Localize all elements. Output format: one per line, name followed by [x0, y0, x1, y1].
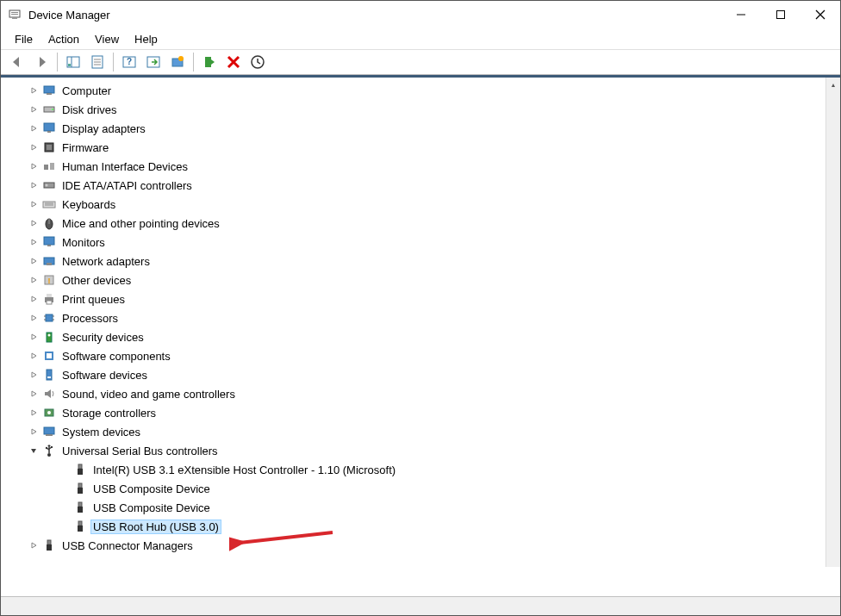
chevron-right-icon[interactable]	[28, 104, 39, 115]
tree-item-label: Software devices	[59, 368, 150, 383]
chevron-right-icon[interactable]	[28, 275, 39, 285]
chevron-right-icon[interactable]	[28, 161, 39, 171]
chevron-right-icon[interactable]	[28, 123, 39, 134]
chevron-right-icon[interactable]	[28, 370, 39, 380]
tree-item[interactable]: Processors	[9, 308, 840, 327]
tree-item[interactable]: Print queues	[9, 289, 840, 308]
computer-icon	[42, 84, 56, 97]
scroll-up-arrow[interactable]: ▴	[826, 78, 840, 92]
chevron-right-icon[interactable]	[28, 199, 39, 209]
svg-rect-20	[205, 57, 211, 67]
chevron-right-icon[interactable]	[28, 85, 39, 96]
usb-icon	[42, 444, 56, 457]
chevron-right-icon[interactable]	[28, 237, 39, 247]
app-icon	[8, 8, 22, 22]
back-button[interactable]	[6, 51, 28, 73]
chevron-right-icon[interactable]	[28, 294, 39, 304]
mouse-icon	[42, 216, 56, 230]
tree-item-label: Display adapters	[59, 121, 148, 136]
chevron-right-icon[interactable]	[28, 332, 39, 342]
tree-item-label: Processors	[59, 311, 121, 326]
menu-file[interactable]: File	[8, 30, 40, 48]
tree-item[interactable]: Monitors	[9, 233, 840, 252]
tree-item-label: Disk drives	[59, 103, 120, 117]
tree-item-label: Human Interface Devices	[59, 159, 190, 174]
tree-item[interactable]: Mice and other pointing devices	[9, 214, 840, 233]
tree-item[interactable]: Disk drives	[9, 100, 840, 119]
enable-button[interactable]	[198, 51, 221, 73]
ide-icon	[42, 178, 56, 192]
menubar: File Action View Help	[1, 28, 840, 49]
update-driver-button[interactable]	[166, 51, 189, 73]
vertical-scrollbar[interactable]: ▴	[825, 78, 840, 567]
keyboard-icon	[42, 197, 56, 211]
tree-item[interactable]: Intel(R) USB 3.1 eXtensible Host Control…	[9, 460, 840, 479]
svg-rect-46	[47, 294, 52, 297]
print-icon	[42, 292, 56, 306]
menu-action[interactable]: Action	[41, 30, 86, 48]
svg-rect-22	[44, 86, 54, 93]
tree-item[interactable]: Storage controllers	[9, 403, 840, 422]
svg-rect-68	[78, 469, 83, 475]
svg-rect-73	[78, 521, 82, 526]
chevron-right-icon[interactable]	[28, 313, 39, 323]
svg-point-60	[47, 411, 51, 414]
display-icon	[42, 121, 56, 135]
tree-item[interactable]: Sound, video and game controllers	[9, 384, 840, 403]
help-button[interactable]: ?	[118, 51, 140, 73]
chevron-right-icon[interactable]	[28, 180, 39, 190]
tree-item[interactable]: Human Interface Devices	[9, 157, 840, 176]
menu-help[interactable]: Help	[128, 30, 165, 48]
tree-item[interactable]: USB Composite Device	[9, 479, 840, 498]
tree-item[interactable]: Display adapters	[9, 119, 840, 138]
tree-item[interactable]: USB Composite Device	[9, 498, 840, 517]
menu-view[interactable]: View	[88, 30, 126, 48]
properties-button[interactable]	[86, 51, 109, 73]
tree-item-label: Print queues	[59, 292, 128, 307]
system-icon	[42, 425, 56, 439]
show-hide-tree-button[interactable]	[62, 51, 84, 73]
tree-item[interactable]: USB Connector Managers	[9, 536, 840, 555]
chevron-right-icon[interactable]	[28, 218, 39, 228]
minimize-button[interactable]	[721, 1, 761, 28]
tree-item[interactable]: Computer	[9, 81, 840, 100]
tree-item-label: Universal Serial Bus controllers	[59, 444, 221, 458]
toolbar: ?	[1, 49, 840, 75]
tree-item[interactable]: !Other devices	[9, 271, 840, 289]
tree-item-label: System devices	[59, 425, 143, 439]
scan-button[interactable]	[142, 51, 165, 73]
monitor-icon	[42, 235, 56, 249]
tree-item[interactable]: Firmware	[9, 138, 840, 157]
tree-item[interactable]: USB Root Hub (USB 3.0)	[9, 517, 840, 536]
chevron-right-icon[interactable]	[28, 142, 39, 152]
tree-item-label: Keyboards	[59, 197, 118, 212]
tree-item[interactable]: IDE ATA/ATAPI controllers	[9, 176, 840, 195]
chevron-right-icon[interactable]	[28, 389, 39, 399]
svg-rect-62	[46, 434, 53, 436]
svg-rect-58	[47, 376, 51, 378]
tree-item[interactable]: Software devices	[9, 365, 840, 384]
chevron-right-icon[interactable]	[28, 426, 39, 437]
device-tree[interactable]: ComputerDisk drivesDisplay adaptersFirmw…	[1, 78, 840, 596]
tree-item[interactable]: Security devices	[9, 327, 840, 346]
tree-item[interactable]: Keyboards	[9, 195, 840, 214]
tree-item[interactable]: Universal Serial Bus controllers	[9, 441, 840, 460]
close-button[interactable]	[801, 1, 840, 28]
tree-item-label: Monitors	[59, 235, 108, 250]
chevron-right-icon[interactable]	[28, 351, 39, 361]
tree-item[interactable]: Software components	[9, 346, 840, 365]
separator	[193, 53, 194, 72]
chevron-down-icon[interactable]	[28, 445, 39, 456]
svg-point-33	[46, 184, 48, 187]
maximize-button[interactable]	[761, 1, 801, 28]
tree-item-label: Network adapters	[59, 254, 153, 269]
chevron-right-icon[interactable]	[28, 256, 39, 266]
chevron-right-icon[interactable]	[28, 540, 39, 551]
tree-item[interactable]: System devices	[9, 422, 840, 441]
uninstall-button[interactable]	[222, 51, 245, 73]
chevron-right-icon[interactable]	[28, 408, 39, 418]
tree-item[interactable]: Network adapters	[9, 252, 840, 271]
scan-hardware-button[interactable]	[246, 51, 269, 73]
firmware-icon	[42, 140, 56, 154]
forward-button[interactable]	[30, 51, 53, 73]
